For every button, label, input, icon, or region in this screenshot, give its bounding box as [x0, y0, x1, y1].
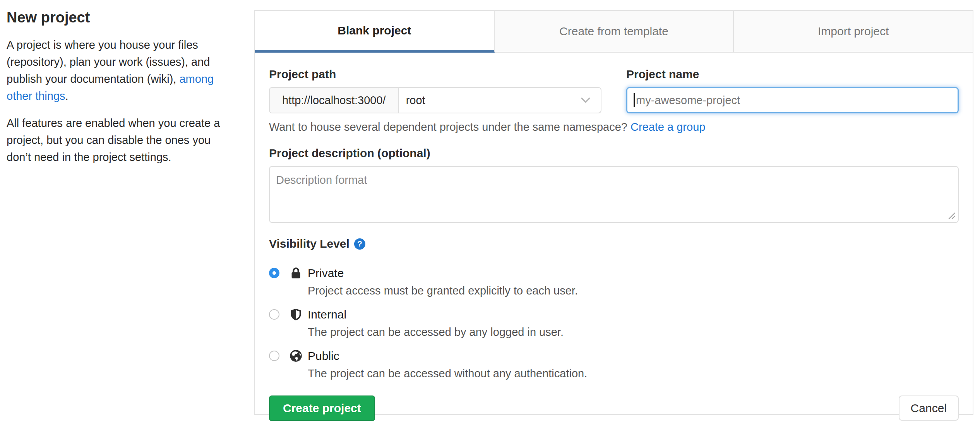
globe-icon — [290, 349, 302, 362]
project-name-input[interactable]: my-awesome-project — [626, 87, 959, 113]
internal-option-description: The project can be accessed by any logge… — [308, 324, 564, 340]
new-project-sidebar: New project A project is where you house… — [7, 9, 233, 166]
url-prefix-addon: http://localhost:3000/ — [270, 88, 399, 113]
create-a-group-link[interactable]: Create a group — [630, 121, 705, 133]
intro-text-period: . — [65, 90, 69, 102]
public-radio[interactable] — [269, 351, 279, 361]
new-project-panel: Blank project Create from template Impor… — [254, 10, 973, 415]
page-title: New project — [7, 9, 233, 26]
tab-label: Create from template — [559, 25, 668, 38]
sidebar-intro-paragraph: A project is where you house your files … — [7, 36, 233, 104]
visibility-option-private: Private Project access must be granted e… — [269, 265, 959, 298]
namespace-hint: Want to house several dependent projects… — [269, 120, 959, 134]
project-description-label: Project description (optional) — [269, 147, 959, 160]
lock-icon — [290, 267, 302, 279]
project-description-textarea[interactable]: Description format — [269, 166, 959, 223]
help-icon[interactable]: ? — [354, 238, 365, 250]
project-type-tabs: Blank project Create from template Impor… — [255, 11, 973, 53]
cancel-button[interactable]: Cancel — [899, 395, 959, 421]
visibility-option-public: Public The project can be accessed witho… — [269, 348, 959, 381]
project-name-placeholder: my-awesome-project — [636, 94, 740, 107]
project-path-input-group: http://localhost:3000/ root — [269, 87, 601, 113]
chevron-down-icon — [581, 97, 591, 104]
namespace-hint-text: Want to house several dependent projects… — [269, 121, 630, 133]
public-option-description: The project can be accessed without any … — [308, 366, 587, 381]
public-option-label[interactable]: Public — [308, 348, 587, 364]
tab-label: Import project — [818, 25, 889, 38]
namespace-selected-value: root — [406, 94, 581, 107]
internal-radio[interactable] — [269, 309, 279, 320]
shield-icon — [290, 308, 302, 321]
tab-blank-project[interactable]: Blank project — [255, 11, 495, 53]
visibility-level-label: Visibility Level — [269, 237, 350, 250]
project-name-label: Project name — [626, 68, 959, 81]
create-project-button[interactable]: Create project — [269, 395, 375, 421]
private-radio[interactable] — [269, 268, 279, 278]
tab-create-from-template[interactable]: Create from template — [495, 11, 734, 53]
private-option-label[interactable]: Private — [308, 265, 578, 281]
private-option-description: Project access must be granted explicitl… — [308, 283, 578, 298]
visibility-options: Private Project access must be granted e… — [269, 265, 959, 381]
project-description-placeholder: Description format — [276, 174, 367, 186]
blank-project-form: Project path http://localhost:3000/ root… — [255, 53, 973, 421]
sidebar-features-paragraph: All features are enabled when you create… — [7, 115, 233, 166]
project-path-label: Project path — [269, 68, 601, 81]
text-cursor — [634, 93, 635, 107]
tab-label: Blank project — [338, 24, 411, 37]
namespace-select[interactable]: root — [399, 88, 601, 113]
tab-import-project[interactable]: Import project — [734, 11, 973, 53]
visibility-option-internal: Internal The project can be accessed by … — [269, 306, 959, 340]
textarea-resize-handle[interactable] — [947, 211, 956, 220]
internal-option-label[interactable]: Internal — [308, 306, 564, 323]
